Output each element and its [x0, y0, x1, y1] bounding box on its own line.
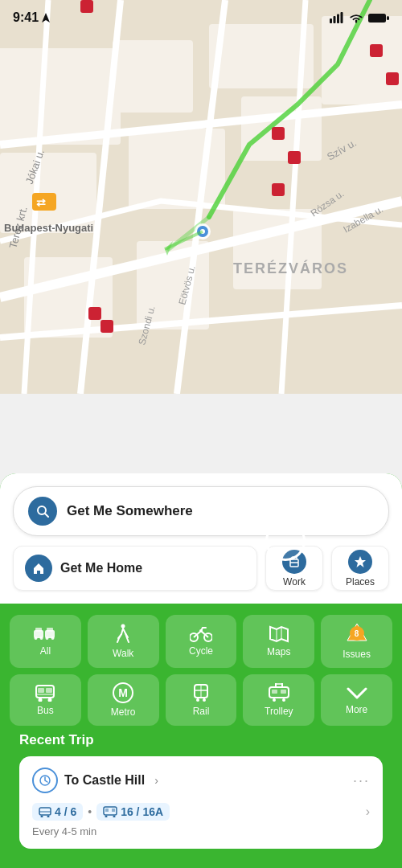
- svg-text:Budapest-Nyugati: Budapest-Nyugati: [4, 222, 93, 234]
- issues-badge: 8: [350, 626, 364, 641]
- svg-point-77: [273, 698, 276, 702]
- home-icon: [32, 562, 45, 575]
- trip-options-button[interactable]: ···: [353, 772, 370, 789]
- work-icon: [288, 555, 301, 568]
- cycle-label: Cycle: [189, 645, 213, 657]
- svg-point-78: [282, 698, 285, 702]
- transport-bus[interactable]: Bus: [10, 674, 81, 726]
- svg-rect-50: [47, 628, 53, 632]
- get-me-home-button[interactable]: Get Me Home: [13, 546, 257, 591]
- transport-issues[interactable]: ! 8 Issues: [321, 615, 392, 668]
- more-label: More: [346, 704, 367, 715]
- svg-point-85: [41, 816, 43, 818]
- svg-point-63: [39, 698, 43, 702]
- rail-label: Rail: [193, 706, 210, 717]
- work-label: Work: [283, 576, 306, 588]
- svg-rect-76: [281, 690, 286, 694]
- status-time: 9:41: [13, 10, 50, 25]
- svg-point-47: [35, 637, 38, 640]
- status-icons: [330, 12, 389, 23]
- places-icon-circle: [348, 550, 372, 574]
- places-label: Places: [346, 576, 375, 588]
- tram-route-number: 4 / 6: [55, 805, 76, 818]
- location-arrow-icon: [42, 13, 50, 23]
- svg-text:⇄: ⇄: [36, 196, 46, 209]
- trip-destination: To Castle Hill ›: [32, 768, 158, 793]
- svg-rect-61: [46, 688, 52, 693]
- maps-icon: [269, 625, 289, 643]
- transport-metro[interactable]: M Metro: [88, 674, 159, 726]
- map-area: Szív u. Rózsa u. Izabella u. Szondi u. E…: [0, 0, 402, 394]
- tram-route-badge: 4 / 6: [32, 803, 83, 821]
- home-label: Get Me Home: [60, 561, 142, 575]
- cycle-icon: [190, 626, 212, 642]
- transport-maps[interactable]: Maps: [243, 615, 314, 668]
- routes-arrow: ›: [366, 805, 370, 819]
- time-display: 9:41: [13, 10, 39, 25]
- svg-rect-3: [337, 14, 339, 24]
- signal-icon: [330, 12, 344, 23]
- svg-rect-31: [370, 44, 383, 57]
- transport-trolley[interactable]: Trolley: [243, 674, 314, 726]
- search-icon: [36, 505, 49, 518]
- clock-icon: [32, 768, 58, 793]
- more-icon: [347, 685, 367, 701]
- svg-rect-46: [35, 628, 42, 632]
- recent-trip-title: Recent Trip: [19, 732, 383, 748]
- trip-chevron: ›: [154, 774, 158, 787]
- transport-all[interactable]: All: [10, 615, 81, 668]
- svg-point-91: [113, 816, 116, 818]
- svg-rect-4: [341, 12, 343, 23]
- svg-marker-0: [42, 13, 50, 23]
- trip-header: To Castle Hill › ···: [32, 768, 370, 793]
- walk-icon: [115, 624, 131, 645]
- svg-rect-89: [112, 809, 115, 812]
- trolley-label: Trolley: [265, 706, 293, 717]
- trip-name: To Castle Hill: [64, 773, 145, 788]
- svg-rect-33: [88, 307, 101, 320]
- svg-rect-75: [272, 690, 277, 694]
- transport-cycle[interactable]: Cycle: [166, 615, 237, 668]
- bus-route-number: 16 / 16A: [121, 805, 163, 818]
- green-section: All Walk: [0, 604, 402, 868]
- trip-card[interactable]: To Castle Hill › ··· 4 / 6: [19, 756, 383, 849]
- bottom-sheet: Get Me Somewhere Get Me Home: [0, 473, 402, 868]
- rail-icon: [192, 683, 210, 702]
- svg-rect-34: [100, 320, 113, 333]
- svg-rect-1: [330, 18, 332, 23]
- tram-icon: [39, 806, 51, 817]
- bus-label: Bus: [37, 705, 54, 716]
- home-icon-circle: [25, 555, 52, 582]
- svg-rect-32: [386, 72, 399, 85]
- svg-rect-2: [334, 16, 336, 23]
- search-bar[interactable]: Get Me Somewhere: [13, 486, 389, 536]
- clock-svg: [39, 774, 51, 787]
- bus-route-badge: 16 / 16A: [96, 803, 170, 821]
- transport-grid-row1: All Walk: [10, 615, 392, 668]
- trip-frequency: Every 4-5 min: [32, 825, 370, 837]
- svg-rect-5: [368, 14, 386, 23]
- svg-rect-6: [387, 16, 389, 20]
- transport-more[interactable]: More: [321, 674, 392, 726]
- svg-point-86: [47, 816, 50, 818]
- svg-text:TERÉZVÁROS: TERÉZVÁROS: [233, 260, 348, 276]
- svg-marker-44: [355, 556, 366, 567]
- svg-point-52: [51, 637, 55, 640]
- svg-point-90: [105, 816, 108, 818]
- transport-walk[interactable]: Walk: [88, 615, 159, 668]
- quick-actions-row: Get Me Home Work: [13, 546, 389, 591]
- transport-rail[interactable]: Rail: [166, 674, 237, 726]
- metro-icon: M: [113, 682, 133, 703]
- svg-text:M: M: [118, 686, 128, 699]
- work-button[interactable]: Work: [265, 546, 323, 591]
- svg-point-48: [40, 637, 43, 640]
- svg-rect-60: [38, 688, 44, 693]
- maps-label: Maps: [267, 646, 290, 657]
- svg-rect-10: [113, 40, 193, 113]
- svg-point-64: [48, 698, 52, 702]
- svg-point-56: [199, 629, 203, 633]
- svg-point-53: [121, 624, 125, 628]
- all-label: All: [40, 645, 51, 657]
- issues-label: Issues: [343, 649, 371, 660]
- places-button[interactable]: Places: [331, 546, 389, 591]
